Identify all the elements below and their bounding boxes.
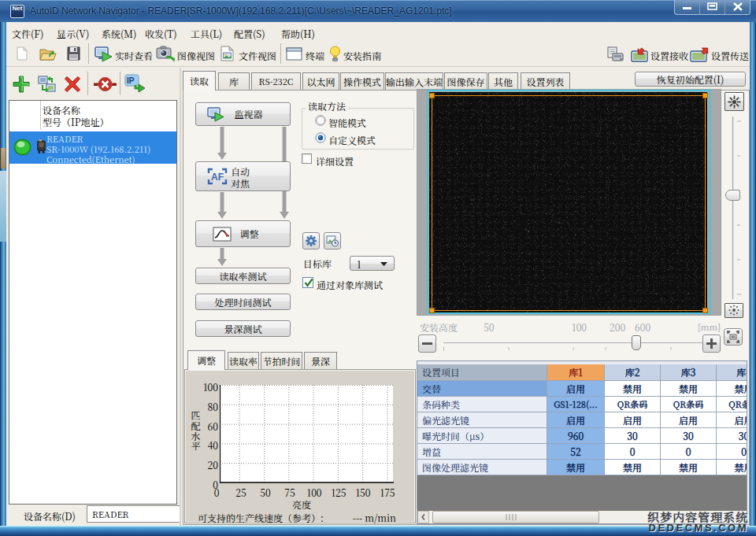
svg-text:AF: AF — [211, 172, 224, 183]
svg-text:IP: IP — [127, 76, 135, 85]
